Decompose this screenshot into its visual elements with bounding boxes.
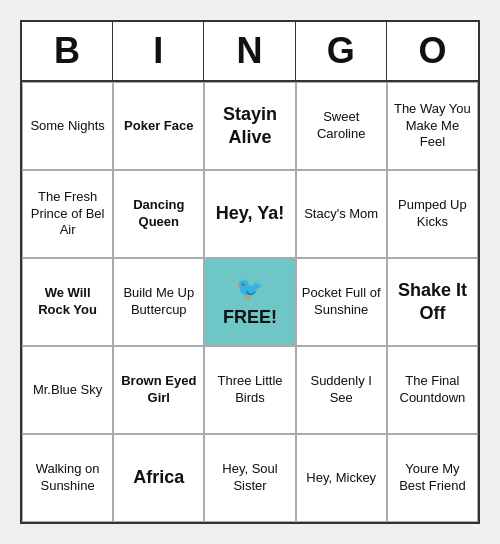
bingo-cell-2[interactable]: Stayin Alive bbox=[204, 82, 295, 170]
bingo-cell-7[interactable]: Hey, Ya! bbox=[204, 170, 295, 258]
header-letter-i: I bbox=[113, 22, 204, 80]
bingo-cell-1[interactable]: Poker Face bbox=[113, 82, 204, 170]
bingo-cell-15[interactable]: Mr.Blue Sky bbox=[22, 346, 113, 434]
bingo-cell-6[interactable]: Dancing Queen bbox=[113, 170, 204, 258]
bingo-cell-17[interactable]: Three Little Birds bbox=[204, 346, 295, 434]
bingo-cell-5[interactable]: The Fresh Prince of Bel Air bbox=[22, 170, 113, 258]
bingo-cell-19[interactable]: The Final Countdown bbox=[387, 346, 478, 434]
header-letter-g: G bbox=[296, 22, 387, 80]
bingo-cell-8[interactable]: Stacy's Mom bbox=[296, 170, 387, 258]
bingo-cell-3[interactable]: Sweet Caroline bbox=[296, 82, 387, 170]
bingo-cell-12[interactable]: 🐦FREE! bbox=[204, 258, 295, 346]
bingo-cell-16[interactable]: Brown Eyed Girl bbox=[113, 346, 204, 434]
bingo-header: BINGO bbox=[22, 22, 478, 82]
bingo-cell-21[interactable]: Africa bbox=[113, 434, 204, 522]
bingo-cell-20[interactable]: Walking on Sunshine bbox=[22, 434, 113, 522]
header-letter-b: B bbox=[22, 22, 113, 80]
bingo-cell-13[interactable]: Pocket Full of Sunshine bbox=[296, 258, 387, 346]
header-letter-n: N bbox=[204, 22, 295, 80]
bingo-cell-18[interactable]: Suddenly I See bbox=[296, 346, 387, 434]
bingo-card: BINGO Some NightsPoker FaceStayin AliveS… bbox=[20, 20, 480, 524]
bingo-cell-4[interactable]: The Way You Make Me Feel bbox=[387, 82, 478, 170]
header-letter-o: O bbox=[387, 22, 478, 80]
bingo-cell-11[interactable]: Build Me Up Buttercup bbox=[113, 258, 204, 346]
bingo-cell-24[interactable]: Youre My Best Friend bbox=[387, 434, 478, 522]
bingo-cell-10[interactable]: We Will Rock You bbox=[22, 258, 113, 346]
bingo-cell-0[interactable]: Some Nights bbox=[22, 82, 113, 170]
bingo-cell-14[interactable]: Shake It Off bbox=[387, 258, 478, 346]
bingo-cell-9[interactable]: Pumped Up Kicks bbox=[387, 170, 478, 258]
bingo-grid: Some NightsPoker FaceStayin AliveSweet C… bbox=[22, 82, 478, 522]
bingo-cell-23[interactable]: Hey, Mickey bbox=[296, 434, 387, 522]
bingo-cell-22[interactable]: Hey, Soul Sister bbox=[204, 434, 295, 522]
